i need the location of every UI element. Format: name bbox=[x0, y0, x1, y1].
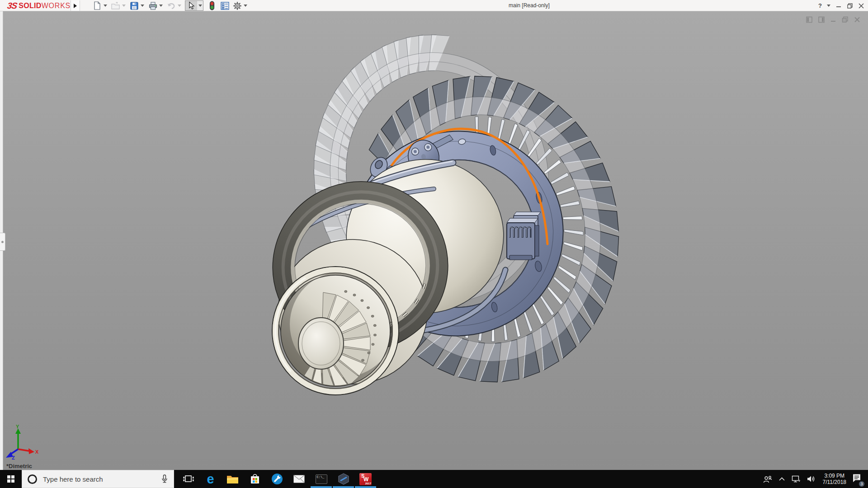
edge-icon: e bbox=[207, 473, 214, 485]
window-restore-icon[interactable] bbox=[842, 16, 849, 23]
orientation-triad: Y X Z bbox=[1, 423, 39, 460]
task-view-button[interactable] bbox=[177, 470, 199, 488]
taskbar-search[interactable]: Type here to search bbox=[22, 470, 174, 488]
open-document-button[interactable] bbox=[111, 1, 121, 11]
start-button[interactable] bbox=[0, 470, 22, 488]
edge-button[interactable]: e bbox=[199, 470, 222, 488]
pane-left-icon[interactable] bbox=[806, 16, 813, 23]
mail-button[interactable] bbox=[288, 470, 310, 488]
close-icon bbox=[859, 3, 864, 9]
solidworks-logo: 3S SOLIDWORKS bbox=[7, 1, 71, 10]
minimize-button[interactable] bbox=[835, 2, 842, 9]
network-icon[interactable] bbox=[792, 475, 801, 483]
running-indicator bbox=[355, 486, 376, 488]
system-tray: 3:09 PM 7/11/2018 3 bbox=[763, 470, 868, 488]
network-license-button[interactable] bbox=[332, 470, 354, 488]
store-button[interactable] bbox=[244, 470, 266, 488]
command-prompt-button[interactable]: C:\_ bbox=[310, 470, 332, 488]
file-explorer-button[interactable] bbox=[222, 470, 244, 488]
select-tool-button[interactable] bbox=[185, 0, 203, 11]
axis-z-label: Z bbox=[12, 455, 15, 460]
solidworks-2017-icon: S W 2017 bbox=[359, 473, 372, 485]
close-button[interactable] bbox=[858, 2, 864, 9]
windows-logo-icon bbox=[7, 475, 14, 483]
people-icon[interactable] bbox=[763, 475, 772, 483]
undo-button[interactable] bbox=[166, 1, 176, 11]
connector-block bbox=[507, 212, 541, 260]
file-explorer-icon bbox=[226, 474, 239, 484]
command-prompt-icon: C:\_ bbox=[316, 474, 327, 484]
print-button[interactable] bbox=[148, 1, 158, 11]
print-dropdown[interactable] bbox=[159, 5, 163, 7]
flyout-arrow-icon bbox=[74, 4, 77, 8]
select-cursor-icon bbox=[187, 1, 195, 10]
tray-time: 3:09 PM bbox=[823, 473, 847, 479]
minimize-icon bbox=[836, 3, 841, 8]
gear-icon bbox=[233, 1, 242, 10]
dassault-3ds-logo-icon: 3S bbox=[6, 1, 17, 11]
running-indicator bbox=[333, 486, 354, 488]
settings-group bbox=[232, 1, 249, 11]
settings-button[interactable] bbox=[232, 1, 242, 11]
hexagon-app-icon bbox=[338, 473, 349, 485]
open-document-group bbox=[111, 1, 127, 11]
help-dropdown[interactable] bbox=[827, 5, 830, 7]
help-tool-button[interactable] bbox=[266, 470, 288, 488]
open-document-dropdown[interactable] bbox=[122, 5, 126, 7]
solidworks-app-button[interactable]: S W 2017 bbox=[354, 470, 377, 488]
traffic-light-icon bbox=[209, 1, 215, 10]
save-group bbox=[129, 1, 146, 11]
undo-dropdown[interactable] bbox=[178, 5, 181, 7]
pane-right-icon[interactable] bbox=[818, 16, 825, 23]
document-window-controls bbox=[806, 16, 861, 23]
action-center-button[interactable]: 3 bbox=[852, 474, 862, 485]
view-orientation-label: *Dimetric bbox=[6, 463, 32, 469]
notification-badge: 3 bbox=[859, 481, 865, 487]
print-group bbox=[148, 1, 164, 11]
feature-manager-expand-tab[interactable] bbox=[0, 233, 5, 251]
title-bar: 3S SOLIDWORKS bbox=[0, 0, 868, 11]
rebuild-traffic-light-button[interactable] bbox=[207, 1, 217, 11]
save-button[interactable] bbox=[129, 1, 139, 11]
running-indicator bbox=[311, 486, 332, 488]
wrench-circle-icon bbox=[271, 473, 283, 485]
window-minimize-icon[interactable] bbox=[830, 16, 836, 23]
toolbar-flyout-button[interactable] bbox=[71, 0, 80, 11]
document-title: main [Read-only] bbox=[509, 2, 550, 9]
axis-x-label: X bbox=[35, 449, 39, 455]
window-close-icon[interactable] bbox=[854, 16, 861, 23]
task-view-icon bbox=[183, 474, 194, 484]
store-icon bbox=[250, 474, 260, 484]
undo-group bbox=[166, 1, 183, 11]
printer-icon bbox=[149, 2, 157, 10]
form-options-button[interactable] bbox=[220, 1, 230, 11]
tray-date: 7/11/2018 bbox=[823, 479, 847, 485]
jet-engine-model[interactable] bbox=[0, 11, 868, 470]
form-list-icon bbox=[221, 2, 229, 10]
mail-icon bbox=[293, 475, 305, 483]
save-dropdown[interactable] bbox=[141, 5, 144, 7]
open-folder-icon bbox=[111, 2, 120, 10]
restore-icon bbox=[847, 3, 853, 9]
save-floppy-icon bbox=[130, 2, 138, 10]
speaker-icon[interactable] bbox=[807, 475, 816, 483]
settings-dropdown[interactable] bbox=[244, 5, 247, 7]
show-hidden-icons-chevron[interactable] bbox=[778, 477, 785, 481]
graphics-area[interactable]: Y X Z *Dimetric bbox=[0, 11, 868, 470]
axis-y-label: Y bbox=[16, 424, 19, 429]
microphone-icon[interactable] bbox=[161, 474, 168, 483]
clock[interactable]: 3:09 PM 7/11/2018 bbox=[823, 473, 847, 485]
panel-grip-icon bbox=[1, 241, 4, 243]
windows-taskbar: Type here to search e bbox=[0, 470, 868, 488]
new-document-group bbox=[92, 1, 108, 11]
select-dropdown[interactable] bbox=[198, 5, 202, 7]
cortana-icon bbox=[28, 474, 37, 484]
new-document-button[interactable] bbox=[92, 1, 102, 11]
undo-arrow-icon bbox=[167, 2, 176, 10]
restore-button[interactable] bbox=[847, 2, 853, 9]
new-document-icon bbox=[93, 1, 101, 10]
help-button[interactable]: ? bbox=[818, 2, 822, 9]
search-placeholder: Type here to search bbox=[43, 475, 161, 483]
new-document-dropdown[interactable] bbox=[104, 5, 107, 7]
